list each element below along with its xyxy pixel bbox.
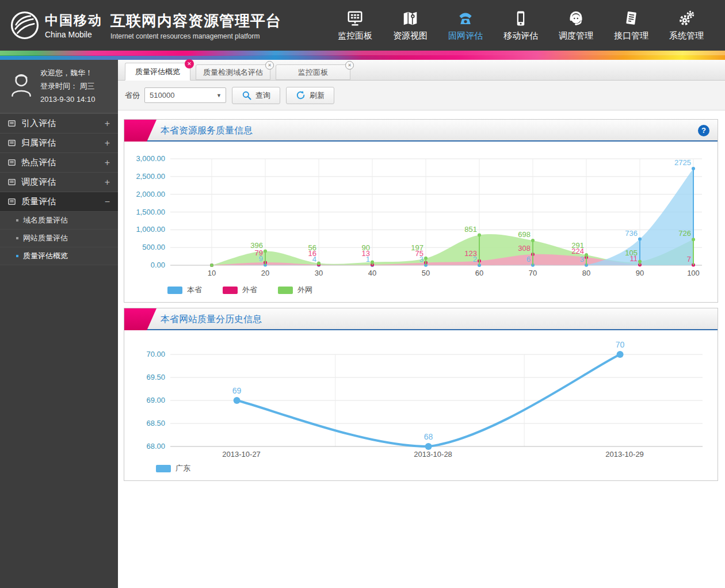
sidebar-item-label: 引入评估	[21, 118, 56, 129]
svg-text:60: 60	[475, 269, 483, 277]
sidebar-item-label: 归属评估	[21, 138, 56, 148]
tab-quality-overview[interactable]: 质量评估概览 ✕	[125, 63, 190, 81]
search-icon	[242, 90, 251, 100]
chevron-down-icon: ▼	[216, 93, 222, 98]
nav-item-mobile-eval[interactable]: 移动评估	[502, 10, 540, 41]
chart-legend: 本省外省外网	[124, 282, 718, 302]
main-content: 质量评估概览 ✕ 质量检测域名评估 ✕ 监控面板 ✕ 省份 510000 ▼ 查…	[118, 60, 725, 588]
svg-text:2013-10-29: 2013-10-29	[605, 450, 644, 459]
svg-text:2013-10-28: 2013-10-28	[414, 450, 452, 459]
svg-text:6: 6	[526, 255, 531, 264]
svg-text:698: 698	[518, 230, 531, 239]
quality-area-chart[interactable]: 0.00500.001,000.001,500.002,000.002,500.…	[124, 142, 718, 282]
svg-text:726: 726	[678, 229, 691, 238]
svg-text:70.00: 70.00	[146, 350, 165, 358]
svg-text:500.00: 500.00	[142, 243, 165, 251]
sidebar-item-hotspot-eval[interactable]: 热点评估 +	[0, 152, 118, 172]
sidebar-item-quality-eval[interactable]: 质量评估 −	[0, 192, 118, 211]
legend-label: 广东	[175, 463, 190, 474]
search-button[interactable]: 查询	[232, 87, 280, 104]
login-time-label: 登录时间： 周三	[40, 80, 95, 93]
province-label: 省份	[125, 90, 140, 101]
panel-title: 本省网站质量分历史信息	[161, 308, 262, 330]
history-line-chart[interactable]: 68.0068.5069.0069.5070.00692013-10-27682…	[124, 337, 718, 461]
app-root: 中国移动 China Mobile 互联网内容资源管理平台 Internet c…	[0, 0, 725, 588]
svg-text:0.00: 0.00	[151, 261, 165, 269]
svg-text:105: 105	[625, 249, 638, 257]
panel-title: 本省资源服务质量信息	[161, 120, 253, 142]
phone-icon	[457, 10, 474, 27]
svg-text:20: 20	[261, 269, 269, 277]
close-icon[interactable]: ✕	[185, 59, 194, 68]
svg-text:69.00: 69.00	[146, 396, 165, 404]
svg-text:396: 396	[250, 241, 263, 250]
tab-quality-domain-eval[interactable]: 质量检测域名评估 ✕	[196, 64, 270, 80]
top-header: 中国移动 China Mobile 互联网内容资源管理平台 Internet c…	[0, 0, 725, 51]
svg-text:68.50: 68.50	[146, 419, 165, 427]
sidebar-subitem-website-quality[interactable]: 网站质量评估	[0, 229, 118, 247]
headset-icon	[567, 10, 585, 27]
sidebar-subitem-domain-quality[interactable]: 域名质量评估	[0, 211, 118, 229]
tab-label: 监控面板	[298, 67, 328, 78]
sidebar-item-label: 热点评估	[21, 157, 56, 168]
panel-body: 68.0068.5069.0069.5070.00692013-10-27682…	[124, 330, 718, 480]
legend-item[interactable]: 广东	[156, 463, 190, 474]
panel-header: 本省网站质量分历史信息	[124, 308, 718, 330]
svg-text:40: 40	[368, 269, 376, 277]
svg-text:2,000.00: 2,000.00	[136, 190, 165, 198]
nav-item-monitor-panel[interactable]: 监控面板	[336, 10, 374, 41]
svg-text:56: 56	[308, 243, 316, 252]
logo-en-text: China Mobile	[45, 30, 102, 39]
svg-text:197: 197	[411, 243, 423, 252]
brand-block: 中国移动 China Mobile	[0, 10, 102, 41]
legend-item[interactable]: 本省	[167, 285, 202, 295]
svg-text:2725: 2725	[674, 158, 691, 167]
tab-monitor-panel[interactable]: 监控面板 ✕	[276, 64, 350, 80]
doc-icon	[7, 158, 16, 167]
doc-icon	[7, 178, 16, 186]
search-button-label: 查询	[255, 90, 270, 101]
collapse-icon: −	[105, 197, 110, 207]
sidebar-subitem-label: 域名质量评估	[23, 215, 68, 226]
province-select[interactable]: 510000 ▼	[144, 87, 226, 103]
nav-item-dispatch-mgmt[interactable]: 调度管理	[557, 10, 595, 41]
map-icon	[402, 10, 419, 27]
close-icon[interactable]: ✕	[345, 61, 354, 70]
nav-item-system-mgmt[interactable]: 系统管理	[667, 10, 705, 41]
refresh-button[interactable]: 刷新	[286, 87, 334, 104]
nav-label: 固网评估	[448, 30, 483, 41]
legend-item[interactable]: 外省	[223, 285, 257, 295]
svg-text:7: 7	[687, 255, 691, 264]
nav-item-resource-view[interactable]: 资源视图	[391, 10, 429, 41]
nav-item-interface-mgmt[interactable]: 接口管理	[612, 10, 650, 41]
help-icon[interactable]: ?	[698, 125, 709, 136]
user-panel: 欢迎您，魏华！ 登录时间： 周三 2013-9-30 14:10	[0, 60, 118, 113]
sidebar-item-intro-eval[interactable]: 引入评估 +	[0, 113, 118, 133]
legend-swatch	[278, 287, 293, 294]
user-greeting: 欢迎您，魏华！	[40, 67, 95, 80]
doc-icon	[7, 197, 16, 206]
svg-text:30: 30	[315, 269, 323, 277]
nav-item-fixed-network-eval[interactable]: 固网评估	[447, 10, 484, 41]
chart-legend: 广东	[124, 461, 718, 480]
divider	[0, 265, 118, 265]
mobile-icon	[512, 10, 529, 27]
sidebar-item-attribution-eval[interactable]: 归属评估 +	[0, 133, 118, 152]
dashboard-icon	[346, 10, 364, 27]
decorative-ribbon	[0, 51, 725, 60]
expand-icon: +	[105, 119, 110, 129]
doc-icon	[7, 139, 16, 147]
nav-label: 接口管理	[614, 30, 648, 41]
sidebar-subitem-quality-overview[interactable]: 质量评估概览	[0, 247, 118, 265]
svg-text:3: 3	[580, 255, 584, 264]
china-mobile-logo-icon	[9, 10, 40, 41]
svg-text:736: 736	[625, 229, 638, 238]
svg-text:68: 68	[424, 432, 433, 441]
tab-label: 质量评估概览	[135, 67, 180, 77]
legend-item[interactable]: 外网	[278, 285, 312, 295]
platform-title: 互联网内容资源管理平台	[110, 11, 281, 31]
close-icon[interactable]: ✕	[265, 61, 274, 70]
bullet-icon	[16, 237, 18, 239]
legend-swatch	[156, 465, 171, 472]
sidebar-item-dispatch-eval[interactable]: 调度评估 +	[0, 172, 118, 192]
